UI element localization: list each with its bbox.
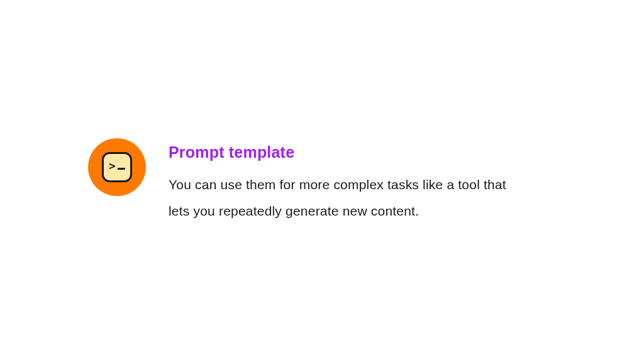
icon-badge: > xyxy=(88,138,146,196)
card-content: Prompt template You can use them for mor… xyxy=(169,138,521,224)
terminal-prompt-glyph: > xyxy=(109,160,116,172)
card-heading: Prompt template xyxy=(169,143,521,162)
terminal-icon: > xyxy=(102,152,132,182)
info-card: > Prompt template You can use them for m… xyxy=(88,138,521,224)
terminal-cursor-glyph xyxy=(118,168,125,170)
card-description: You can use them for more complex tasks … xyxy=(169,172,521,224)
